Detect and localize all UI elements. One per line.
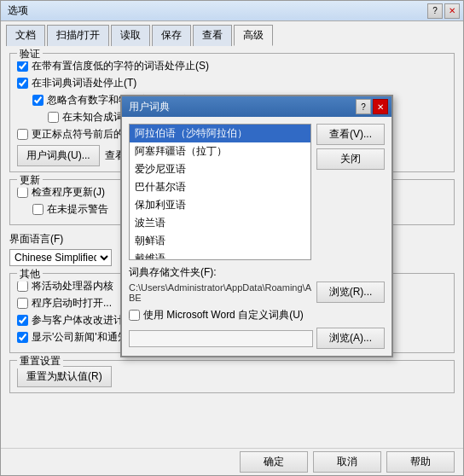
popup-browse-button-1[interactable]: 浏览(R)... — [316, 282, 385, 303]
user-dict-popup: 用户词典 ? ✕ 阿拉伯语（沙特阿拉伯） 阿塞拜疆语（拉丁） 爱沙尼亚语 巴什基… — [120, 95, 393, 357]
main-window: 选项 ? ✕ 文档 扫描/打开 读取 保存 查看 高级 验证 在带有置信度低的字… — [0, 0, 464, 476]
list-item-4[interactable]: 保加利亚语 — [130, 196, 310, 214]
popup-path-label: 词典存储文件夹(F): — [129, 265, 385, 280]
popup-custom-dict-input[interactable] — [129, 330, 313, 347]
popup-title-bar: 用户词典 ? ✕ — [122, 96, 392, 117]
popup-title: 用户词典 — [125, 100, 170, 114]
popup-close-button[interactable]: ✕ — [373, 99, 388, 114]
popup-path-value: C:\Users\Administrator\AppData\Roaming\A… — [129, 282, 313, 303]
popup-listbox[interactable]: 阿拉伯语（沙特阿拉伯） 阿塞拜疆语（拉丁） 爱沙尼亚语 巴什基尔语 保加利亚语 … — [129, 124, 311, 260]
popup-body: 阿拉伯语（沙特阿拉伯） 阿塞拜疆语（拉丁） 爱沙尼亚语 巴什基尔语 保加利亚语 … — [122, 117, 392, 356]
popup-close-dict-button[interactable]: 关闭 — [316, 148, 385, 170]
list-item-0[interactable]: 阿拉伯语（沙特阿拉伯） — [130, 125, 310, 142]
list-item-6[interactable]: 朝鲜语 — [130, 232, 310, 250]
list-item-5[interactable]: 波兰语 — [130, 214, 310, 232]
popup-input-row: 浏览(A)... — [129, 328, 385, 349]
popup-list-buttons: 查看(V)... 关闭 — [316, 124, 385, 260]
popup-checkbox-row: 使用 Microsoft Word 自定义词典(U) — [129, 308, 385, 322]
popup-view-button[interactable]: 查看(V)... — [316, 124, 385, 145]
popup-browse-button-2[interactable]: 浏览(A)... — [316, 328, 385, 349]
popup-custom-dict-checkbox[interactable] — [129, 310, 140, 321]
list-item-3[interactable]: 巴什基尔语 — [130, 178, 310, 196]
list-item-7[interactable]: 戴维语 — [130, 250, 310, 260]
popup-path-row: C:\Users\Administrator\AppData\Roaming\A… — [129, 282, 385, 303]
popup-list-area: 阿拉伯语（沙特阿拉伯） 阿塞拜疆语（拉丁） 爱沙尼亚语 巴什基尔语 保加利亚语 … — [129, 124, 385, 260]
list-item-2[interactable]: 爱沙尼亚语 — [130, 160, 310, 178]
popup-title-buttons: ? ✕ — [356, 99, 388, 114]
list-item-1[interactable]: 阿塞拜疆语（拉丁） — [130, 142, 310, 160]
popup-overlay: 用户词典 ? ✕ 阿拉伯语（沙特阿拉伯） 阿塞拜疆语（拉丁） 爱沙尼亚语 巴什基… — [1, 1, 463, 475]
popup-custom-dict-label: 使用 Microsoft Word 自定义词典(U) — [143, 308, 304, 322]
popup-help-button[interactable]: ? — [356, 99, 371, 114]
